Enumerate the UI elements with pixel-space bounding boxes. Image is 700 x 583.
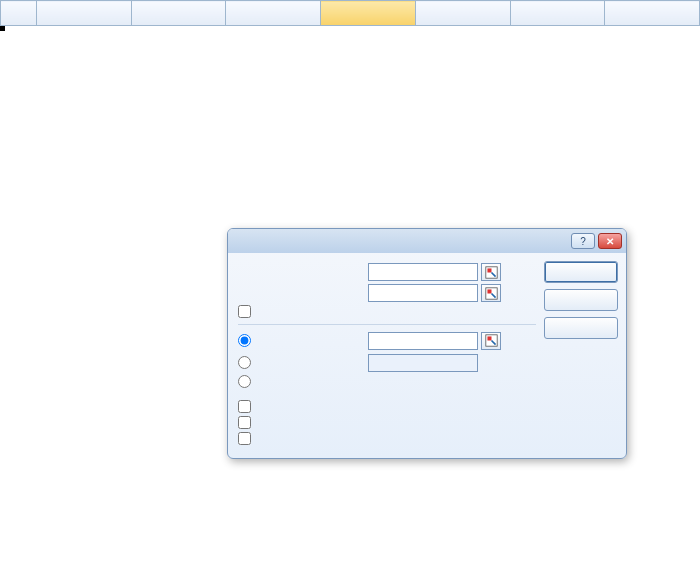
range-picker-icon[interactable] (481, 284, 501, 302)
svg-rect-5 (487, 336, 491, 340)
help-button[interactable] (544, 317, 618, 339)
col-header-F[interactable] (510, 1, 605, 26)
chart-output-checkbox[interactable] (238, 432, 536, 445)
col-header-A[interactable] (36, 1, 131, 26)
titles-checkbox[interactable] (238, 305, 536, 318)
dialog-titlebar[interactable]: ? ✕ (228, 229, 626, 253)
select-all-corner[interactable] (1, 1, 37, 26)
output-range-radio[interactable] (238, 334, 368, 347)
output-range-field[interactable] (368, 332, 478, 350)
ok-button[interactable] (544, 261, 618, 283)
bin-range-field[interactable] (368, 284, 478, 302)
new-workbook-radio[interactable] (238, 375, 536, 388)
cancel-button[interactable] (544, 289, 618, 311)
new-sheet-radio-input[interactable] (238, 356, 251, 369)
close-icon[interactable]: ✕ (598, 233, 622, 249)
input-range-field[interactable] (368, 263, 478, 281)
output-range-radio-input[interactable] (238, 334, 251, 347)
range-picker-icon[interactable] (481, 263, 501, 281)
svg-rect-3 (487, 289, 491, 293)
cells-table[interactable] (0, 0, 700, 26)
col-header-C[interactable] (226, 1, 321, 26)
col-header-G[interactable] (605, 1, 700, 26)
help-icon[interactable]: ? (571, 233, 595, 249)
range-picker-icon[interactable] (481, 332, 501, 350)
col-header-E[interactable] (415, 1, 510, 26)
svg-rect-1 (487, 268, 491, 272)
spreadsheet-grid (0, 0, 700, 26)
active-cell-indicator (0, 26, 4, 30)
histogram-dialog: ? ✕ (227, 228, 627, 459)
new-workbook-radio-input[interactable] (238, 375, 251, 388)
pareto-checkbox[interactable] (238, 400, 536, 413)
col-header-D[interactable] (321, 1, 416, 26)
new-sheet-name-field[interactable] (368, 354, 478, 372)
cumulative-checkbox[interactable] (238, 416, 536, 429)
col-header-B[interactable] (131, 1, 226, 26)
new-sheet-radio[interactable] (238, 356, 368, 369)
titles-checkbox-input[interactable] (238, 305, 251, 318)
